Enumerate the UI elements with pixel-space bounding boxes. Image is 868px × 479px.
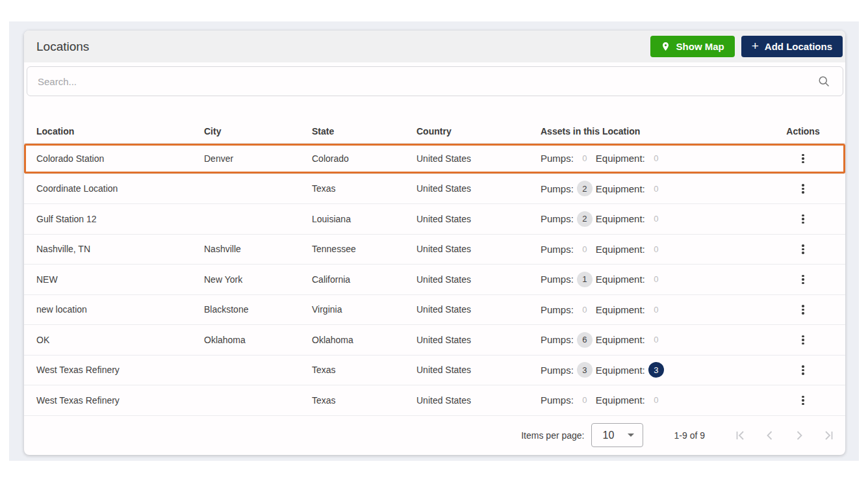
- cell-country: United States: [416, 274, 541, 285]
- cell-state: California: [312, 274, 416, 285]
- table-row[interactable]: Colorado Station Denver Colorado United …: [24, 144, 845, 174]
- cell-state: Louisiana: [312, 214, 416, 224]
- add-locations-label: Add Locations: [765, 41, 832, 52]
- equipment-label: Equipment:: [596, 395, 645, 406]
- kebab-dot: [802, 365, 804, 368]
- table-row[interactable]: Coordinate Location Texas United States …: [24, 174, 845, 205]
- row-actions-kebab-button[interactable]: [795, 180, 811, 198]
- equipment-count: 0: [654, 214, 658, 224]
- cell-location: OK: [24, 335, 204, 345]
- row-actions-kebab-button[interactable]: [795, 301, 811, 318]
- kebab-dot: [802, 399, 804, 402]
- cell-assets: Pumps: 0 Equipment: 0: [541, 153, 761, 164]
- cell-country: United States: [416, 335, 541, 345]
- table-row[interactable]: West Texas Refinery Texas United States …: [24, 385, 845, 416]
- pumps-count: 0: [582, 395, 587, 405]
- table-header-row: Location City State Country Assets in th…: [24, 120, 845, 144]
- cell-state: Texas: [312, 395, 416, 406]
- cell-location: Nashville, TN: [24, 244, 204, 254]
- kebab-dot: [802, 278, 804, 281]
- row-actions-kebab-button[interactable]: [795, 271, 811, 289]
- equipment-label: Equipment:: [596, 244, 645, 255]
- cell-city: Blackstone: [204, 304, 312, 315]
- kebab-dot: [802, 248, 804, 251]
- cell-location: Colorado Station: [24, 153, 204, 164]
- cell-location: new location: [24, 304, 204, 315]
- cell-country: United States: [416, 365, 541, 375]
- cell-actions: [761, 240, 845, 258]
- kebab-dot: [802, 191, 804, 194]
- cell-assets: Pumps: 0 Equipment: 0: [541, 244, 761, 255]
- row-actions-kebab-button[interactable]: [795, 392, 811, 409]
- cell-state: Tennessee: [312, 244, 416, 254]
- cell-actions: [761, 271, 845, 289]
- table-row[interactable]: Nashville, TN Nashville Tennessee United…: [24, 235, 845, 265]
- cell-location: West Texas Refinery: [24, 365, 204, 375]
- cell-assets: Pumps: 6 Equipment: 0: [541, 332, 761, 348]
- kebab-dot: [802, 154, 804, 157]
- kebab-dot: [802, 343, 804, 345]
- cell-actions: [761, 361, 845, 379]
- pumps-count: 0: [582, 153, 587, 163]
- row-actions-kebab-button[interactable]: [795, 240, 811, 258]
- map-pin-icon: [661, 41, 670, 52]
- show-map-button[interactable]: Show Map: [650, 36, 735, 57]
- equipment-count: 0: [654, 244, 658, 254]
- search-icon: [817, 75, 831, 88]
- cell-state: Colorado: [312, 153, 416, 164]
- equipment-label: Equipment:: [596, 365, 645, 376]
- next-page-button[interactable]: [791, 428, 807, 443]
- cell-actions: [761, 180, 845, 198]
- table-row[interactable]: new location Blackstone Virginia United …: [24, 295, 845, 326]
- add-locations-button[interactable]: + Add Locations: [741, 36, 843, 57]
- items-per-page-select[interactable]: 10: [591, 423, 643, 447]
- kebab-dot: [802, 157, 804, 160]
- pumps-count: 3: [577, 362, 593, 378]
- table-gap: [24, 96, 845, 120]
- kebab-dot: [802, 403, 804, 406]
- previous-page-button[interactable]: [762, 428, 778, 443]
- last-page-button[interactable]: [821, 428, 836, 443]
- kebab-dot: [802, 184, 804, 187]
- cell-assets: Pumps: 2 Equipment: 0: [541, 211, 761, 227]
- last-page-icon: [821, 428, 836, 443]
- cell-assets: Pumps: 2 Equipment: 0: [541, 181, 761, 196]
- cell-city: New York: [204, 274, 312, 285]
- pumps-count: 0: [582, 305, 587, 315]
- table-row[interactable]: OK Oklahoma Oklahoma United States Pumps…: [24, 325, 845, 356]
- column-header-assets: Assets in this Location: [541, 126, 761, 136]
- kebab-dot: [802, 218, 804, 220]
- table-row[interactable]: NEW New York California United States Pu…: [24, 265, 845, 295]
- kebab-dot: [802, 335, 804, 338]
- cell-assets: Pumps: 0 Equipment: 0: [541, 304, 761, 315]
- cell-location: NEW: [24, 274, 204, 285]
- first-page-button[interactable]: [733, 428, 748, 443]
- row-actions-kebab-button[interactable]: [795, 211, 811, 228]
- show-map-label: Show Map: [676, 41, 724, 52]
- search-input[interactable]: [38, 76, 817, 87]
- equipment-count: 0: [654, 395, 658, 405]
- kebab-dot: [802, 222, 804, 224]
- row-actions-kebab-button[interactable]: [795, 150, 811, 168]
- cell-actions: [761, 150, 845, 168]
- cell-assets: Pumps: 1 Equipment: 0: [541, 272, 761, 287]
- cell-country: United States: [416, 153, 541, 164]
- items-per-page-label: Items per page:: [521, 430, 584, 441]
- equipment-label: Equipment:: [596, 213, 645, 224]
- column-header-city: City: [204, 126, 312, 136]
- kebab-dot: [802, 214, 804, 217]
- equipment-label: Equipment:: [596, 183, 645, 194]
- row-actions-kebab-button[interactable]: [795, 361, 811, 379]
- equipment-count: 0: [654, 184, 658, 194]
- table-row[interactable]: West Texas Refinery Texas United States …: [24, 356, 845, 386]
- cell-country: United States: [416, 214, 541, 224]
- cell-country: United States: [416, 304, 541, 315]
- pumps-count: 6: [577, 332, 593, 348]
- table-row[interactable]: Gulf Station 12 Louisiana United States …: [24, 204, 845, 235]
- cell-city: Oklahoma: [204, 335, 312, 345]
- cell-location: Gulf Station 12: [24, 214, 204, 224]
- cell-state: Texas: [312, 365, 416, 375]
- cell-assets: Pumps: 3 Equipment: 3: [541, 362, 761, 378]
- column-header-country: Country: [416, 126, 541, 136]
- row-actions-kebab-button[interactable]: [795, 331, 811, 349]
